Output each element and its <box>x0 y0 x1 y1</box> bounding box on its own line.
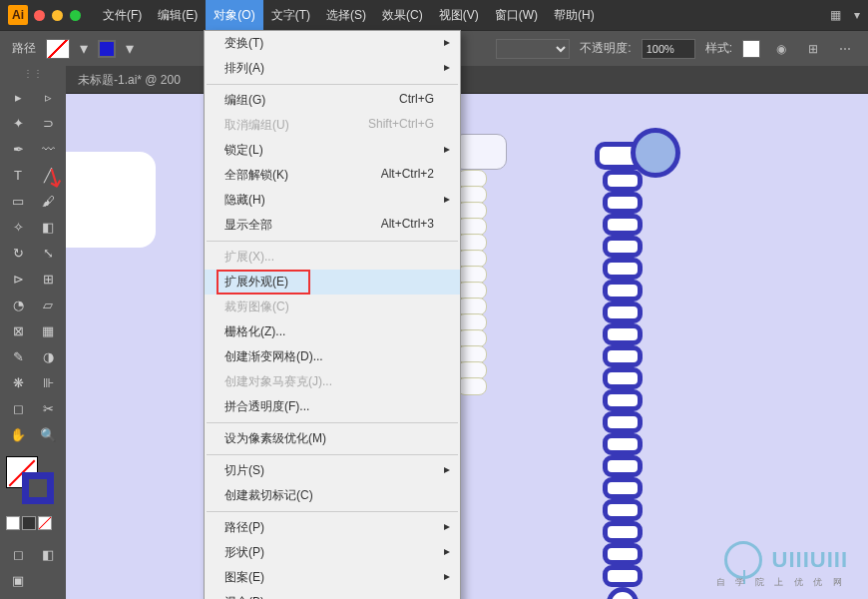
annotation-highlight <box>217 270 310 295</box>
menu-item[interactable]: 扩展外观(E) <box>205 270 460 295</box>
menu-item: 取消编组(U)Shift+Ctrl+G <box>205 113 460 138</box>
pen-tool[interactable]: ✒ <box>4 137 32 161</box>
color-mode[interactable] <box>6 516 20 530</box>
menu-item[interactable]: 全部解锁(K)Alt+Ctrl+2 <box>205 163 460 188</box>
width-tool[interactable]: ⊳ <box>4 267 32 291</box>
scale-tool[interactable]: ⤡ <box>34 241 62 265</box>
menu-item[interactable]: 切片(S)▸ <box>205 458 460 483</box>
menu-item[interactable]: 变换(T)▸ <box>205 31 460 56</box>
menu-视图[interactable]: 视图(V) <box>431 0 487 31</box>
type-tool[interactable]: T <box>4 163 32 187</box>
menu-item[interactable]: 设为像素级优化(M) <box>205 426 460 451</box>
free-transform-tool[interactable]: ⊞ <box>34 267 62 291</box>
panel-layout-icon[interactable]: ▦ <box>824 6 846 24</box>
panel-grip-icon[interactable]: ⋮⋮ <box>0 66 66 81</box>
stroke-profile-select[interactable] <box>496 39 570 59</box>
window-controls <box>34 10 81 21</box>
style-swatch[interactable] <box>742 40 760 58</box>
menu-窗口[interactable]: 窗口(W) <box>487 0 546 31</box>
menu-item[interactable]: 形状(P)▸ <box>205 540 460 565</box>
menu-item: 扩展(X)... <box>205 245 460 270</box>
menu-文字[interactable]: 文字(T) <box>263 0 318 31</box>
selected-object-outline <box>453 134 507 393</box>
object-menu-dropdown: 变换(T)▸排列(A)▸编组(G)Ctrl+G取消编组(U)Shift+Ctrl… <box>204 30 461 599</box>
draw-normal[interactable]: ◻ <box>4 542 32 566</box>
fill-swatch[interactable] <box>46 39 70 59</box>
minimize-icon[interactable] <box>52 10 63 21</box>
rotate-tool[interactable]: ↻ <box>4 241 32 265</box>
menu-bar: 文件(F)编辑(E)对象(O)文字(T)选择(S)效果(C)视图(V)窗口(W)… <box>95 0 603 31</box>
magic-wand-tool[interactable]: ✦ <box>4 111 32 135</box>
menu-效果[interactable]: 效果(C) <box>374 0 431 31</box>
menu-item[interactable]: 锁定(L)▸ <box>205 138 460 163</box>
more-options-icon[interactable]: ⋯ <box>834 40 856 58</box>
shaper-tool[interactable]: ✧ <box>4 215 32 239</box>
fill-stroke-control[interactable] <box>0 450 66 514</box>
zoom-tool[interactable]: 🔍 <box>34 422 62 446</box>
slice-tool[interactable]: ✂ <box>34 396 62 420</box>
mesh-tool[interactable]: ⊠ <box>4 318 32 342</box>
artboard-tool[interactable]: ◻ <box>4 396 32 420</box>
menu-item[interactable]: 显示全部Alt+Ctrl+3 <box>205 213 460 238</box>
selection-type-label: 路径 <box>12 40 36 57</box>
artboard-shape <box>66 152 156 248</box>
hand-tool[interactable]: ✋ <box>4 422 32 446</box>
watermark: UIIIUIII <box>724 541 848 579</box>
shape-builder-tool[interactable]: ◔ <box>4 293 32 316</box>
chevron-down-icon[interactable]: ▾ <box>126 39 134 58</box>
close-icon[interactable] <box>34 10 45 21</box>
lightbulb-icon <box>724 541 762 579</box>
selection-tool[interactable]: ▸ <box>4 85 32 109</box>
menu-对象[interactable]: 对象(O) <box>206 0 262 31</box>
menu-item[interactable]: 排列(A)▸ <box>205 56 460 81</box>
gradient-mode[interactable] <box>22 516 36 530</box>
maximize-icon[interactable] <box>70 10 81 21</box>
menu-item[interactable]: 创建渐变网格(D)... <box>205 344 460 369</box>
lasso-tool[interactable]: ⊃ <box>34 111 62 135</box>
rectangle-tool[interactable]: ▭ <box>4 189 32 213</box>
tool-panel: ⋮⋮ ▸ ▹ ✦ ⊃ ✒ 〰 T ╱ ▭ 🖌 ✧ ◧ ↻ ⤡ ⊳ ⊞ ◔ ▱ ⊠… <box>0 66 66 599</box>
blend-tool[interactable]: ◑ <box>34 344 62 368</box>
opacity-input[interactable] <box>642 39 695 59</box>
menu-item: 创建对象马赛克(J)... <box>205 369 460 394</box>
document-tab[interactable]: 未标题-1.ai* @ 200 <box>66 66 868 94</box>
stroke-swatch[interactable] <box>98 40 116 58</box>
menu-item[interactable]: 创建裁切标记(C) <box>205 483 460 508</box>
perspective-tool[interactable]: ▱ <box>34 293 62 316</box>
watermark-text: UIIIUIII <box>772 547 848 573</box>
menu-文件[interactable]: 文件(F) <box>95 0 150 31</box>
eyedropper-tool[interactable]: ✎ <box>4 344 32 368</box>
column-graph-tool[interactable]: ⊪ <box>34 370 62 394</box>
line-tool[interactable]: ╱ <box>34 163 62 187</box>
menu-item[interactable]: 隐藏(H)▸ <box>205 188 460 213</box>
canvas[interactable]: UIIIUIII 自 学 院 上 优 优 网 <box>66 94 868 599</box>
none-mode[interactable] <box>38 516 52 530</box>
symbol-sprayer-tool[interactable]: ❋ <box>4 370 32 394</box>
menu-item[interactable]: 路径(P)▸ <box>205 515 460 540</box>
eraser-tool[interactable]: ◧ <box>34 215 62 239</box>
chevron-down-icon[interactable]: ▾ <box>80 39 88 58</box>
screen-mode[interactable]: ▣ <box>4 568 32 592</box>
app-logo: Ai <box>8 5 28 25</box>
align-icon[interactable]: ◉ <box>770 40 792 58</box>
paintbrush-tool[interactable]: 🖌 <box>34 189 62 213</box>
curvature-tool[interactable]: 〰 <box>34 137 62 161</box>
app-header: Ai 文件(F)编辑(E)对象(O)文字(T)选择(S)效果(C)视图(V)窗口… <box>0 0 868 30</box>
watermark-subtitle: 自 学 院 上 优 优 网 <box>716 576 846 589</box>
menu-item[interactable]: 拼合透明度(F)... <box>205 394 460 419</box>
menu-item[interactable]: 编组(G)Ctrl+G <box>205 88 460 113</box>
menu-编辑[interactable]: 编辑(E) <box>150 0 206 31</box>
menu-item: 裁剪图像(C) <box>205 295 460 319</box>
menu-item[interactable]: 栅格化(Z)... <box>205 319 460 344</box>
stroke-color[interactable] <box>22 472 54 504</box>
menu-选择[interactable]: 选择(S) <box>318 0 374 31</box>
draw-behind[interactable]: ◧ <box>34 542 62 566</box>
menu-item[interactable]: 图案(E)▸ <box>205 565 460 590</box>
menu-item[interactable]: 混合(B)▸ <box>205 590 460 599</box>
menu-帮助[interactable]: 帮助(H) <box>546 0 603 31</box>
opacity-label: 不透明度: <box>580 40 631 57</box>
direct-selection-tool[interactable]: ▹ <box>34 85 62 109</box>
dropdown-icon[interactable]: ▾ <box>846 6 868 24</box>
gradient-tool[interactable]: ▦ <box>34 318 62 342</box>
transform-icon[interactable]: ⊞ <box>802 40 824 58</box>
